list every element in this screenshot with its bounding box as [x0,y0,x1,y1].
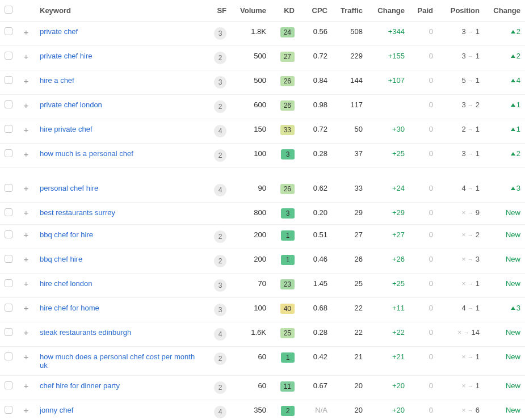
sf-badge[interactable]: 2 [214,230,226,243]
cpc-cell: N/A [299,400,332,420]
expand-icon[interactable]: + [22,52,31,61]
row-checkbox[interactable] [5,406,12,414]
traffic-cell: 37 [332,144,367,168]
expand-icon[interactable]: + [22,125,31,134]
expand-icon[interactable]: + [22,255,31,264]
volume-cell: 150 [231,119,271,144]
row-checkbox[interactable] [5,304,12,312]
sf-badge[interactable]: 4 [214,406,226,418]
keyword-link[interactable]: steak restaurants edinburgh [40,328,131,337]
sf-badge[interactable]: 4 [214,328,226,341]
row-checkbox[interactable] [5,27,12,35]
keyword-link[interactable]: bbq chef hire [40,255,82,263]
col-keyword[interactable]: Keyword [35,0,204,22]
triangle-up-icon [511,152,515,156]
select-all-checkbox[interactable] [5,6,12,14]
row-checkbox[interactable] [5,149,12,157]
sf-badge[interactable]: 4 [214,184,226,196]
keyword-link[interactable]: how much is a personal chef [40,149,133,158]
expand-icon[interactable]: + [22,406,31,415]
keyword-link[interactable]: private chef [40,27,78,36]
row-checkbox[interactable] [5,52,12,60]
keyword-link[interactable]: how much does a personal chef cost per m… [40,352,195,369]
cpc-cell: 0.68 [299,297,332,322]
expand-icon[interactable]: + [22,381,31,390]
sf-badge[interactable]: 2 [214,52,226,64]
position-change-cell: New [484,224,525,249]
col-paid[interactable]: Paid [409,0,438,22]
row-checkbox[interactable] [5,352,12,360]
sf-badge[interactable]: 4 [214,125,226,137]
col-sf[interactable]: SF [204,0,231,22]
expand-icon[interactable]: + [22,352,31,362]
expand-icon[interactable]: + [22,304,31,313]
sf-badge[interactable]: 3 [214,27,226,40]
row-checkbox[interactable] [5,381,12,389]
position-change-cell: New [484,375,525,400]
col-traffic[interactable]: Traffic [332,0,367,22]
expand-icon[interactable]: + [22,27,31,36]
row-checkbox[interactable] [5,255,12,263]
traffic-change-cell: +11 [367,297,409,322]
cpc-cell: 0.42 [299,346,332,375]
row-checkbox[interactable] [5,100,12,108]
table-row: +best restaurants surrey80030.2029+290×→… [0,202,525,224]
row-checkbox[interactable] [5,125,12,133]
keyword-link[interactable]: private chef london [40,100,102,109]
row-checkbox[interactable] [5,208,12,216]
expand-icon[interactable]: + [22,279,31,288]
position-to: 3 [476,255,480,263]
expand-icon[interactable]: + [22,230,31,240]
paid-cell: 0 [409,273,438,297]
col-position[interactable]: Position [438,0,484,22]
keyword-link[interactable]: jonny chef [40,406,73,414]
keyword-link[interactable]: hire a chef [40,76,74,85]
row-checkbox[interactable] [5,230,12,238]
sf-badge[interactable]: 3 [214,279,226,292]
row-checkbox[interactable] [5,76,12,84]
keyword-link[interactable]: personal chef hire [40,184,98,192]
sf-badge[interactable]: 2 [214,352,226,365]
table-row: +bbq chef hire220010.4626+260×→3New [0,249,525,273]
traffic-change-cell: +26 [367,249,409,273]
col-change[interactable]: Change [367,0,409,22]
col-kd[interactable]: KD [271,0,299,22]
expand-icon[interactable]: + [22,184,31,193]
sf-badge[interactable]: 2 [214,255,226,267]
kd-badge: 25 [280,328,295,338]
col-cpc[interactable]: CPC [299,0,332,22]
col-volume[interactable]: Volume [231,0,271,22]
col-pos-change[interactable]: Change [484,0,525,22]
position-cell: 5→1 [438,70,484,95]
expand-icon[interactable]: + [22,149,31,158]
keyword-link[interactable]: hire chef london [40,279,93,288]
kd-badge: 40 [280,304,295,314]
expand-icon[interactable]: + [22,208,31,217]
position-to: 2 [476,100,480,109]
sf-badge[interactable]: 3 [214,76,226,89]
row-checkbox[interactable] [5,328,12,336]
expand-icon[interactable]: + [22,100,31,110]
position-change-cell: 1 [484,119,525,144]
keyword-link[interactable]: hire private chef [40,125,93,133]
expand-icon[interactable]: + [22,328,31,337]
sf-badge[interactable]: 2 [214,100,226,113]
position-to: 1 [476,279,480,288]
keyword-link[interactable]: hire chef for home [40,304,99,312]
keyword-link[interactable]: best restaurants surrey [40,208,115,217]
keyword-link[interactable]: bbq chef for hire [40,230,93,239]
kd-badge: 3 [281,149,295,159]
keyword-link[interactable]: private chef hire [40,52,93,60]
position-cell: 3→1 [438,144,484,168]
traffic-change-cell: +155 [367,46,409,70]
position-cell: 3→1 [438,46,484,70]
sf-badge[interactable]: 3 [214,304,226,316]
kd-badge: 3 [281,208,295,219]
expand-icon[interactable]: + [22,76,31,85]
row-checkbox[interactable] [5,279,12,287]
sf-badge[interactable]: 2 [214,381,226,394]
traffic-change-cell: +30 [367,119,409,144]
row-checkbox[interactable] [5,184,12,192]
sf-badge[interactable]: 2 [214,149,226,162]
keyword-link[interactable]: chef hire for dinner party [40,381,120,390]
